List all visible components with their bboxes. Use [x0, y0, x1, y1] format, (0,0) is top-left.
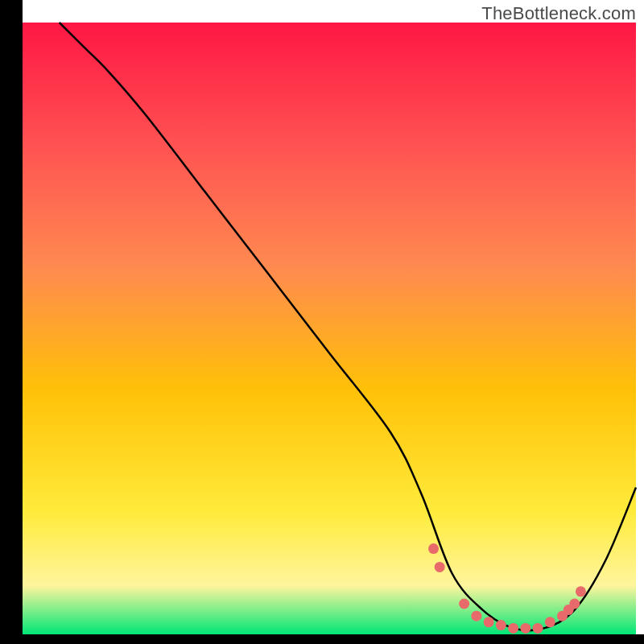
marker-dot [533, 623, 543, 634]
y-axis [0, 0, 23, 644]
marker-dot [520, 623, 530, 634]
marker-dot [484, 617, 494, 627]
marker-dot [471, 611, 481, 621]
marker-dot [545, 617, 555, 627]
svg-rect-0 [0, 0, 23, 23]
gradient-background [23, 23, 636, 634]
marker-dot [496, 620, 506, 630]
marker-dot [576, 586, 586, 597]
bottleneck-chart [0, 0, 644, 644]
marker-dot [459, 599, 469, 609]
marker-dot [569, 599, 580, 609]
x-axis [0, 634, 644, 644]
marker-dot [428, 543, 439, 554]
marker-dot [508, 623, 518, 634]
chart-container: TheBottleneck.com [0, 0, 644, 644]
watermark-text: TheBottleneck.com [481, 3, 636, 24]
marker-dot [435, 562, 445, 572]
